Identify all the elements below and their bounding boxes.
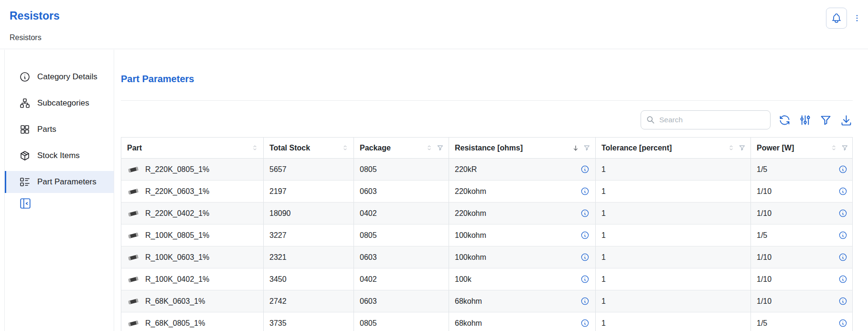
- power-value: 1/5: [757, 319, 767, 328]
- search-icon: [646, 115, 655, 125]
- info-icon[interactable]: [838, 187, 847, 196]
- tolerance-cell: 1: [596, 290, 751, 312]
- resistance-cell: 100kohm: [449, 246, 596, 268]
- info-icon[interactable]: [580, 319, 589, 328]
- package-cell: 0402: [354, 203, 449, 224]
- table-row[interactable]: R_220K_0402_1% 18090 0402 220kohm 1 1/10: [121, 203, 852, 224]
- power-value: 1/5: [757, 231, 767, 240]
- part-cell: R_220K_0603_1%: [121, 181, 264, 202]
- resistance-cell: 100kohm: [449, 224, 596, 246]
- part-cell: R_100K_0603_1%: [121, 246, 264, 268]
- table-row[interactable]: R_100K_0805_1% 3227 0805 100kohm 1 1/5: [121, 224, 852, 246]
- column-header-resistance[interactable]: Resistance [ohms]: [449, 138, 596, 158]
- column-label: Package: [360, 144, 391, 152]
- sidebar-item-category-details[interactable]: Category Details: [5, 66, 114, 88]
- info-icon[interactable]: [838, 231, 847, 240]
- info-icon[interactable]: [580, 253, 589, 262]
- part-cell: R_100K_0805_1%: [121, 224, 264, 246]
- total-stock-cell: 18090: [264, 203, 354, 224]
- column-filter-icon[interactable]: [841, 144, 848, 151]
- package-cell: 0603: [354, 246, 449, 268]
- info-icon[interactable]: [580, 275, 589, 284]
- table-options-button[interactable]: [799, 114, 812, 127]
- page: Resistors Resistors Category Details: [0, 0, 868, 331]
- power-cell: 1/10: [751, 203, 853, 224]
- column-label: Resistance [ohms]: [455, 144, 523, 152]
- tolerance-cell: 1: [596, 224, 751, 246]
- total-stock-cell: 2321: [264, 246, 354, 268]
- collapse-sidebar-button[interactable]: [19, 197, 32, 210]
- part-name: R_100K_0402_1%: [145, 275, 209, 284]
- power-cell: 1/10: [751, 181, 853, 202]
- column-header-tolerance[interactable]: Tolerance [percent]: [596, 138, 751, 158]
- info-icon[interactable]: [580, 165, 589, 174]
- info-icon[interactable]: [838, 165, 847, 174]
- table-row[interactable]: R_220K_0805_1% 5657 0805 220kR 1 1/5: [121, 159, 852, 181]
- power-cell: 1/5: [751, 224, 853, 246]
- sidebar-item-stock-items[interactable]: Stock Items: [5, 145, 114, 167]
- overflow-menu-button[interactable]: [853, 8, 861, 29]
- package-cell: 0805: [354, 224, 449, 246]
- notifications-button[interactable]: [826, 8, 847, 29]
- tolerance-cell: 1: [596, 312, 751, 331]
- info-icon[interactable]: [580, 187, 589, 196]
- resistance-cell: 68kohm: [449, 290, 596, 312]
- sort-icon: [728, 144, 735, 151]
- column-filter-icon[interactable]: [739, 144, 746, 151]
- part-parameters-table: Part Total Stock Package: [121, 137, 853, 331]
- packages-icon: [19, 150, 31, 161]
- package-cell: 0805: [354, 159, 449, 180]
- total-stock-cell: 2197: [264, 181, 354, 202]
- info-icon[interactable]: [838, 253, 847, 262]
- sidebar-item-label: Subcategories: [37, 98, 89, 108]
- sidebar-item-label: Parts: [37, 125, 56, 134]
- table-row[interactable]: R_68K_0603_1% 2742 0603 68kohm 1 1/10: [121, 290, 852, 312]
- resistance-cell: 100k: [449, 268, 596, 290]
- column-filter-icon[interactable]: [583, 144, 590, 151]
- info-icon[interactable]: [580, 297, 589, 306]
- column-header-power[interactable]: Power [W]: [751, 138, 853, 158]
- sidebar-divider: [114, 50, 114, 331]
- table-row[interactable]: R_100K_0402_1% 3450 0402 100k 1 1/10: [121, 268, 852, 290]
- part-name: R_220K_0402_1%: [145, 209, 209, 218]
- info-icon[interactable]: [580, 231, 589, 240]
- part-cell: R_220K_0402_1%: [121, 203, 264, 224]
- total-stock-cell: 5657: [264, 159, 354, 180]
- table-row[interactable]: R_100K_0603_1% 2321 0603 100kohm 1 1/10: [121, 246, 852, 268]
- part-cell: R_68K_0603_1%: [121, 290, 264, 312]
- column-filter-icon[interactable]: [437, 144, 444, 151]
- total-stock-cell: 3450: [264, 268, 354, 290]
- info-icon[interactable]: [838, 297, 847, 306]
- info-icon[interactable]: [580, 209, 589, 218]
- column-header-package[interactable]: Package: [354, 138, 449, 158]
- refresh-button[interactable]: [778, 114, 791, 127]
- table-row[interactable]: R_68K_0805_1% 3735 0805 68kohm 1 1/5: [121, 312, 852, 331]
- sidebar-item-parts[interactable]: Parts: [5, 118, 114, 140]
- package-cell: 0805: [354, 312, 449, 331]
- sidebar-item-part-parameters[interactable]: Part Parameters: [5, 171, 114, 193]
- panel-heading: Part Parameters: [121, 74, 853, 85]
- download-button[interactable]: [840, 114, 853, 127]
- part-thumbnail: [127, 188, 139, 195]
- column-label: Total Stock: [269, 144, 310, 152]
- sidebar-item-subcategories[interactable]: Subcategories: [5, 92, 114, 114]
- info-icon[interactable]: [838, 209, 847, 218]
- resistance-value: 220kR: [455, 165, 477, 174]
- info-icon[interactable]: [838, 319, 847, 328]
- filter-button[interactable]: [819, 114, 832, 127]
- breadcrumb[interactable]: Resistors: [10, 33, 42, 42]
- table-row[interactable]: R_220K_0603_1% 2197 0603 220kohm 1 1/10: [121, 181, 852, 203]
- info-icon[interactable]: [838, 275, 847, 284]
- panel-heading-divider: [121, 100, 853, 101]
- search-input[interactable]: [659, 116, 765, 124]
- column-header-part[interactable]: Part: [121, 138, 264, 158]
- power-value: 1/10: [757, 187, 772, 196]
- column-label: Power [W]: [757, 144, 794, 152]
- part-thumbnail: [127, 320, 139, 327]
- resistance-value: 68kohm: [455, 297, 482, 306]
- search-box: [641, 110, 771, 129]
- resistance-cell: 220kohm: [449, 203, 596, 224]
- list-details-icon: [19, 176, 31, 188]
- column-header-total-stock[interactable]: Total Stock: [264, 138, 354, 158]
- column-label: Tolerance [percent]: [601, 144, 672, 152]
